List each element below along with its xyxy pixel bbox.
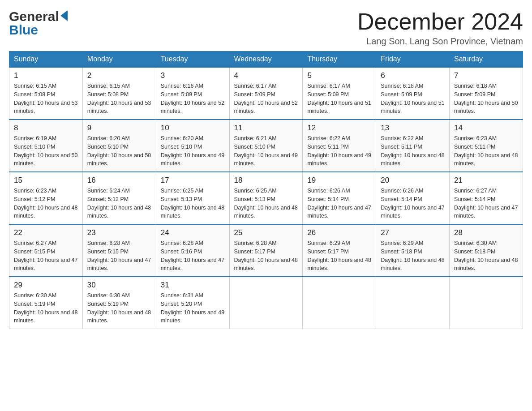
day-info: Sunrise: 6:26 AMSunset: 5:14 PMDaylight:… bbox=[381, 187, 445, 220]
day-cell-1: 1 Sunrise: 6:15 AMSunset: 5:08 PMDayligh… bbox=[9, 67, 83, 120]
day-number: 8 bbox=[14, 124, 78, 133]
location-subtitle: Lang Son, Lang Son Province, Vietnam bbox=[357, 36, 523, 47]
week-row-4: 22 Sunrise: 6:27 AMSunset: 5:15 PMDaylig… bbox=[9, 224, 523, 277]
col-sunday: Sunday bbox=[9, 51, 83, 68]
day-info: Sunrise: 6:28 AMSunset: 5:17 PMDaylight:… bbox=[234, 239, 298, 273]
day-number: 7 bbox=[454, 71, 518, 80]
day-info: Sunrise: 6:24 AMSunset: 5:12 PMDaylight:… bbox=[87, 187, 151, 220]
day-cell-8: 8 Sunrise: 6:19 AMSunset: 5:10 PMDayligh… bbox=[9, 120, 83, 172]
day-cell-21: 21 Sunrise: 6:27 AMSunset: 5:14 PMDaylig… bbox=[450, 172, 523, 224]
day-info: Sunrise: 6:17 AMSunset: 5:09 PMDaylight:… bbox=[234, 82, 298, 116]
day-info: Sunrise: 6:25 AMSunset: 5:13 PMDaylight:… bbox=[161, 187, 225, 220]
day-info: Sunrise: 6:20 AMSunset: 5:10 PMDaylight:… bbox=[87, 134, 151, 168]
day-number: 16 bbox=[87, 176, 151, 185]
day-info: Sunrise: 6:28 AMSunset: 5:16 PMDaylight:… bbox=[161, 239, 225, 273]
day-cell-5: 5 Sunrise: 6:17 AMSunset: 5:09 PMDayligh… bbox=[303, 67, 376, 120]
col-friday: Friday bbox=[376, 51, 450, 68]
day-info: Sunrise: 6:20 AMSunset: 5:10 PMDaylight:… bbox=[161, 134, 225, 168]
logo-arrow bbox=[60, 10, 68, 23]
day-number: 18 bbox=[234, 176, 298, 185]
col-thursday: Thursday bbox=[303, 51, 376, 68]
day-number: 14 bbox=[454, 124, 518, 133]
day-cell-2: 2 Sunrise: 6:15 AMSunset: 5:08 PMDayligh… bbox=[82, 67, 156, 120]
day-cell-11: 11 Sunrise: 6:21 AMSunset: 5:10 PMDaylig… bbox=[229, 120, 303, 172]
day-number: 28 bbox=[454, 228, 518, 237]
day-cell-31: 31 Sunrise: 6:31 AMSunset: 5:20 PMDaylig… bbox=[156, 277, 229, 329]
day-number: 19 bbox=[307, 176, 371, 185]
day-number: 4 bbox=[234, 71, 298, 80]
day-number: 10 bbox=[161, 124, 225, 133]
day-cell-6: 6 Sunrise: 6:18 AMSunset: 5:09 PMDayligh… bbox=[376, 67, 450, 120]
day-number: 30 bbox=[87, 281, 151, 290]
calendar-table: Sunday Monday Tuesday Wednesday Thursday… bbox=[9, 51, 523, 329]
day-cell-25: 25 Sunrise: 6:28 AMSunset: 5:17 PMDaylig… bbox=[229, 224, 303, 277]
day-number: 2 bbox=[87, 71, 151, 80]
day-cell-17: 17 Sunrise: 6:25 AMSunset: 5:13 PMDaylig… bbox=[156, 172, 229, 224]
day-info: Sunrise: 6:29 AMSunset: 5:17 PMDaylight:… bbox=[307, 239, 371, 273]
day-info: Sunrise: 6:19 AMSunset: 5:10 PMDaylight:… bbox=[14, 134, 78, 168]
day-number: 24 bbox=[161, 228, 225, 237]
day-cell-20: 20 Sunrise: 6:26 AMSunset: 5:14 PMDaylig… bbox=[376, 172, 450, 224]
day-info: Sunrise: 6:16 AMSunset: 5:09 PMDaylight:… bbox=[161, 82, 225, 116]
day-number: 27 bbox=[381, 228, 445, 237]
logo: General Blue bbox=[9, 9, 68, 38]
day-info: Sunrise: 6:30 AMSunset: 5:18 PMDaylight:… bbox=[454, 239, 518, 273]
day-info: Sunrise: 6:18 AMSunset: 5:09 PMDaylight:… bbox=[381, 82, 445, 116]
day-cell-26: 26 Sunrise: 6:29 AMSunset: 5:17 PMDaylig… bbox=[303, 224, 376, 277]
day-number: 26 bbox=[307, 228, 371, 237]
calendar-header-row: Sunday Monday Tuesday Wednesday Thursday… bbox=[9, 51, 523, 68]
week-row-1: 1 Sunrise: 6:15 AMSunset: 5:08 PMDayligh… bbox=[9, 67, 523, 120]
day-cell-30: 30 Sunrise: 6:30 AMSunset: 5:19 PMDaylig… bbox=[82, 277, 156, 329]
day-number: 20 bbox=[381, 176, 445, 185]
day-info: Sunrise: 6:22 AMSunset: 5:11 PMDaylight:… bbox=[381, 134, 445, 168]
day-number: 17 bbox=[161, 176, 225, 185]
day-info: Sunrise: 6:28 AMSunset: 5:15 PMDaylight:… bbox=[87, 239, 151, 273]
month-title: December 2024 bbox=[357, 9, 523, 34]
day-info: Sunrise: 6:21 AMSunset: 5:10 PMDaylight:… bbox=[234, 134, 298, 168]
day-number: 11 bbox=[234, 124, 298, 133]
day-info: Sunrise: 6:15 AMSunset: 5:08 PMDaylight:… bbox=[87, 82, 151, 116]
title-section: December 2024 Lang Son, Lang Son Provinc… bbox=[357, 9, 523, 47]
day-info: Sunrise: 6:22 AMSunset: 5:11 PMDaylight:… bbox=[307, 134, 371, 168]
day-cell-empty bbox=[450, 277, 523, 329]
page-header: General Blue December 2024 Lang Son, Lan… bbox=[9, 9, 523, 47]
col-wednesday: Wednesday bbox=[229, 51, 303, 68]
day-cell-4: 4 Sunrise: 6:17 AMSunset: 5:09 PMDayligh… bbox=[229, 67, 303, 120]
day-number: 31 bbox=[161, 281, 225, 290]
day-number: 23 bbox=[87, 228, 151, 237]
day-cell-empty bbox=[376, 277, 450, 329]
day-info: Sunrise: 6:23 AMSunset: 5:11 PMDaylight:… bbox=[454, 134, 518, 168]
day-cell-27: 27 Sunrise: 6:29 AMSunset: 5:18 PMDaylig… bbox=[376, 224, 450, 277]
day-cell-16: 16 Sunrise: 6:24 AMSunset: 5:12 PMDaylig… bbox=[82, 172, 156, 224]
day-info: Sunrise: 6:30 AMSunset: 5:19 PMDaylight:… bbox=[87, 291, 151, 325]
day-number: 21 bbox=[454, 176, 518, 185]
day-cell-13: 13 Sunrise: 6:22 AMSunset: 5:11 PMDaylig… bbox=[376, 120, 450, 172]
day-cell-22: 22 Sunrise: 6:27 AMSunset: 5:15 PMDaylig… bbox=[9, 224, 83, 277]
day-info: Sunrise: 6:27 AMSunset: 5:15 PMDaylight:… bbox=[14, 239, 78, 273]
day-number: 25 bbox=[234, 228, 298, 237]
day-info: Sunrise: 6:25 AMSunset: 5:13 PMDaylight:… bbox=[234, 187, 298, 220]
day-number: 22 bbox=[14, 228, 78, 237]
col-saturday: Saturday bbox=[450, 51, 523, 68]
day-number: 6 bbox=[381, 71, 445, 80]
day-number: 29 bbox=[14, 281, 78, 290]
day-info: Sunrise: 6:18 AMSunset: 5:09 PMDaylight:… bbox=[454, 82, 518, 116]
day-cell-12: 12 Sunrise: 6:22 AMSunset: 5:11 PMDaylig… bbox=[303, 120, 376, 172]
day-number: 15 bbox=[14, 176, 78, 185]
day-info: Sunrise: 6:30 AMSunset: 5:19 PMDaylight:… bbox=[14, 291, 78, 325]
day-number: 1 bbox=[14, 71, 78, 80]
day-info: Sunrise: 6:29 AMSunset: 5:18 PMDaylight:… bbox=[381, 239, 445, 273]
day-number: 9 bbox=[87, 124, 151, 133]
day-cell-9: 9 Sunrise: 6:20 AMSunset: 5:10 PMDayligh… bbox=[82, 120, 156, 172]
day-info: Sunrise: 6:23 AMSunset: 5:12 PMDaylight:… bbox=[14, 187, 78, 220]
week-row-2: 8 Sunrise: 6:19 AMSunset: 5:10 PMDayligh… bbox=[9, 120, 523, 172]
day-cell-18: 18 Sunrise: 6:25 AMSunset: 5:13 PMDaylig… bbox=[229, 172, 303, 224]
day-number: 13 bbox=[381, 124, 445, 133]
day-cell-3: 3 Sunrise: 6:16 AMSunset: 5:09 PMDayligh… bbox=[156, 67, 229, 120]
day-cell-19: 19 Sunrise: 6:26 AMSunset: 5:14 PMDaylig… bbox=[303, 172, 376, 224]
day-cell-14: 14 Sunrise: 6:23 AMSunset: 5:11 PMDaylig… bbox=[450, 120, 523, 172]
day-number: 12 bbox=[307, 124, 371, 133]
day-info: Sunrise: 6:15 AMSunset: 5:08 PMDaylight:… bbox=[14, 82, 78, 116]
logo-blue-word: Blue bbox=[9, 22, 38, 38]
day-cell-23: 23 Sunrise: 6:28 AMSunset: 5:15 PMDaylig… bbox=[82, 224, 156, 277]
